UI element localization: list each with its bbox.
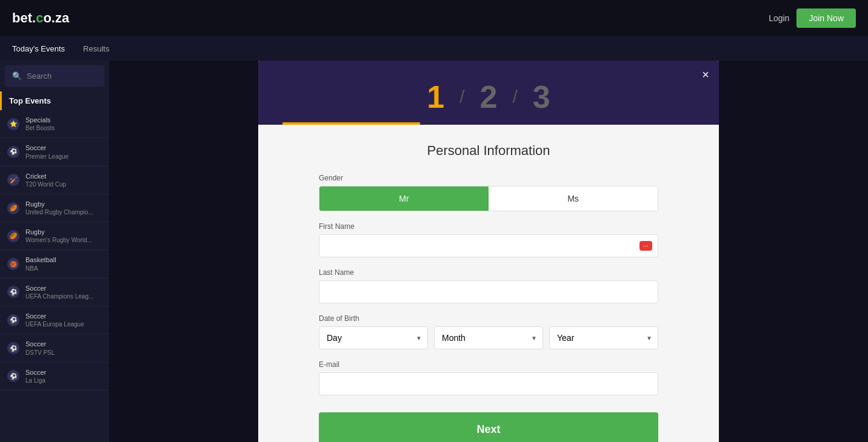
sidebar-soccer-laliga-sub: La Liga xyxy=(25,377,46,384)
year-select-wrapper: Year xyxy=(549,326,658,349)
search-box[interactable]: 🔍 Search xyxy=(5,65,104,87)
main-layout: 🔍 Search Top Events ⭐ Specials Bet Boost… xyxy=(0,61,868,442)
logo: bet.co.za xyxy=(12,10,69,26)
sidebar-rugby-womens-sub: Women's Rugby World... xyxy=(25,236,92,244)
sidebar-item-soccer-uel[interactable]: ⚽ Soccer UEFA Europa League xyxy=(0,306,109,334)
soccer-ucl-icon: ⚽ xyxy=(7,286,19,298)
search-label: Search xyxy=(27,71,52,81)
soccer-pl-icon: ⚽ xyxy=(7,146,19,158)
sidebar-item-cricket[interactable]: 🏏 Cricket T20 World Cup xyxy=(0,167,109,194)
last-name-label: Last Name xyxy=(319,268,658,277)
top-events-header: Top Events xyxy=(0,91,109,110)
nav-bar: Today's Events Results xyxy=(0,36,868,61)
first-name-label: First Name xyxy=(319,222,658,231)
gender-buttons: Mr Ms xyxy=(319,186,658,211)
step-bar-3 xyxy=(557,122,695,125)
dob-selects: Day Month Year xyxy=(319,326,658,349)
step-divider-1: / xyxy=(459,87,464,107)
modal-header: × 1 / 2 / 3 xyxy=(258,61,719,125)
sidebar-item-soccer-pl[interactable]: ⚽ Soccer Premier League xyxy=(0,138,109,166)
content-area: × 1 / 2 / 3 Persona xyxy=(109,61,868,442)
email-input[interactable] xyxy=(319,372,658,395)
first-name-group: First Name ··· xyxy=(319,222,658,257)
sidebar-item-basketball[interactable]: 🏀 Basketball NBA xyxy=(0,250,109,278)
basketball-icon: 🏀 xyxy=(7,258,19,270)
month-select-wrapper: Month xyxy=(434,326,543,349)
sidebar-item-rugby-urc[interactable]: 🏉 Rugby United Rugby Champio... xyxy=(0,194,109,222)
last-name-wrapper xyxy=(319,280,658,303)
sidebar-item-soccer-dstv[interactable]: ⚽ Soccer DSTV PSL xyxy=(0,334,109,362)
top-bar-right: Login Join Now xyxy=(769,8,856,28)
soccer-laliga-icon: ⚽ xyxy=(7,370,19,382)
sidebar-soccer-pl-sub: Premier League xyxy=(25,153,68,160)
top-bar: bet.co.za Login Join Now xyxy=(0,0,868,36)
rugby-womens-icon: 🏉 xyxy=(7,230,19,242)
sidebar-soccer-ucl-sub: UEFA Champions Leag... xyxy=(25,292,93,300)
sidebar-basketball-sub: NBA xyxy=(25,265,56,272)
gender-ms-button[interactable]: Ms xyxy=(489,186,658,211)
sidebar-item-soccer-ucl[interactable]: ⚽ Soccer UEFA Champions Leag... xyxy=(0,279,109,306)
modal-overlay: × 1 / 2 / 3 Persona xyxy=(109,61,868,442)
close-button[interactable]: × xyxy=(702,68,709,82)
day-select[interactable]: Day xyxy=(319,326,428,349)
gender-mr-button[interactable]: Mr xyxy=(319,186,489,211)
last-name-group: Last Name xyxy=(319,268,658,303)
cricket-icon: 🏏 xyxy=(7,174,19,186)
step-bar-2 xyxy=(420,122,558,125)
soccer-uel-icon: ⚽ xyxy=(7,314,19,326)
join-button[interactable]: Join Now xyxy=(796,8,856,28)
sidebar-cricket-sub: T20 World Cup xyxy=(25,180,66,188)
gender-group: Gender Mr Ms xyxy=(319,174,658,211)
modal-title: Personal Information xyxy=(319,143,658,159)
sidebar: 🔍 Search Top Events ⭐ Specials Bet Boost… xyxy=(0,61,109,442)
step-bar-1 xyxy=(282,122,420,125)
step-progress-bar xyxy=(282,122,695,125)
registration-modal: × 1 / 2 / 3 Persona xyxy=(258,61,719,442)
nav-today-events[interactable]: Today's Events xyxy=(12,44,65,53)
first-name-error-icon: ··· xyxy=(639,241,652,251)
sidebar-soccer-ucl-sport: Soccer xyxy=(25,284,93,292)
sidebar-soccer-dstv-sport: Soccer xyxy=(25,340,55,348)
sidebar-rugby-urc-sub: United Rugby Champio... xyxy=(25,208,93,216)
sidebar-soccer-pl-sport: Soccer xyxy=(25,143,68,152)
steps-indicator: 1 / 2 / 3 xyxy=(282,79,695,115)
step-3-number: 3 xyxy=(521,79,563,115)
modal-body: Personal Information Gender Mr Ms First … xyxy=(258,125,719,442)
sidebar-soccer-laliga-sport: Soccer xyxy=(25,368,46,377)
day-select-wrapper: Day xyxy=(319,326,428,349)
sidebar-item-soccer-laliga[interactable]: ⚽ Soccer La Liga xyxy=(0,363,109,391)
search-icon: 🔍 xyxy=(12,71,22,81)
email-label: E-mail xyxy=(319,360,658,369)
last-name-input[interactable] xyxy=(319,280,658,303)
month-select[interactable]: Month xyxy=(434,326,543,349)
sidebar-soccer-dstv-sub: DSTV PSL xyxy=(25,349,55,357)
first-name-wrapper: ··· xyxy=(319,234,658,257)
nav-results[interactable]: Results xyxy=(83,44,109,53)
specials-icon: ⭐ xyxy=(7,118,19,130)
sidebar-cricket-sport: Cricket xyxy=(25,172,66,180)
step-1-number: 1 xyxy=(415,79,456,115)
sidebar-specials-sub: Bet Boosts xyxy=(25,124,55,132)
sidebar-specials-sport: Specials xyxy=(25,116,55,124)
step-divider-2: / xyxy=(512,87,517,107)
year-select[interactable]: Year xyxy=(549,326,658,349)
sidebar-item-rugby-womens[interactable]: 🏉 Rugby Women's Rugby World... xyxy=(0,222,109,250)
dob-group: Date of Birth Day Month xyxy=(319,314,658,349)
sidebar-rugby-urc-sport: Rugby xyxy=(25,200,93,208)
next-button[interactable]: Next xyxy=(319,412,658,442)
login-button[interactable]: Login xyxy=(769,13,789,23)
sidebar-rugby-womens-sport: Rugby xyxy=(25,228,92,236)
step-2-number: 2 xyxy=(468,79,510,115)
sidebar-item-specials[interactable]: ⭐ Specials Bet Boosts xyxy=(0,110,109,138)
rugby-urc-icon: 🏉 xyxy=(7,202,19,214)
first-name-input[interactable] xyxy=(319,234,658,257)
gender-label: Gender xyxy=(319,174,658,182)
sidebar-basketball-sport: Basketball xyxy=(25,256,56,264)
email-group: E-mail xyxy=(319,360,658,395)
sidebar-soccer-uel-sub: UEFA Europa League xyxy=(25,320,84,328)
soccer-dstv-icon: ⚽ xyxy=(7,342,19,354)
dob-label: Date of Birth xyxy=(319,314,658,323)
sidebar-soccer-uel-sport: Soccer xyxy=(25,312,84,320)
